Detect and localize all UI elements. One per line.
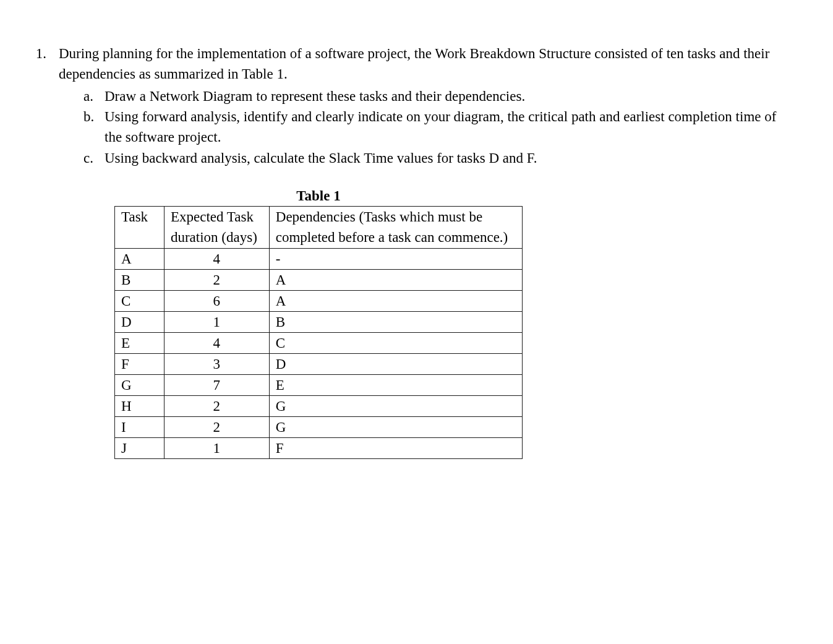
tasks-table: Task Expected Task duration (days) Depen…: [114, 206, 523, 458]
question-intro-text: During planning for the implementation o…: [59, 43, 777, 85]
cell-task: E: [115, 332, 164, 353]
cell-task: D: [115, 311, 164, 332]
cell-task: B: [115, 269, 164, 290]
cell-deps: G: [269, 416, 522, 437]
table-row: J1F: [115, 437, 523, 458]
table-row: A4-: [115, 248, 523, 269]
cell-deps: F: [269, 437, 522, 458]
cell-duration: 2: [164, 269, 269, 290]
cell-task: G: [115, 374, 164, 395]
cell-task: H: [115, 395, 164, 416]
subpart-text: Draw a Network Diagram to represent thes…: [105, 86, 777, 106]
cell-task: F: [115, 353, 164, 374]
header-duration: Expected Task duration (days): [164, 207, 269, 248]
cell-duration: 4: [164, 248, 269, 269]
cell-deps: -: [269, 248, 522, 269]
question-main: 1. During planning for the implementatio…: [25, 43, 808, 168]
subpart-b: b. Using forward analysis, identify and …: [83, 106, 777, 148]
question-wrapper: 1. During planning for the implementatio…: [25, 43, 808, 459]
cell-duration: 6: [164, 290, 269, 311]
table-row: I2G: [115, 416, 523, 437]
table-header-row: Task Expected Task duration (days) Depen…: [115, 207, 523, 248]
header-deps: Dependencies (Tasks which must be comple…: [269, 207, 522, 248]
cell-deps: C: [269, 332, 522, 353]
cell-deps: B: [269, 311, 522, 332]
table-section: Table 1 Task Expected Task duration (day…: [25, 186, 808, 459]
subpart-a: a. Draw a Network Diagram to represent t…: [83, 86, 777, 106]
cell-duration: 4: [164, 332, 269, 353]
cell-duration: 1: [164, 437, 269, 458]
cell-task: J: [115, 437, 164, 458]
cell-duration: 3: [164, 353, 269, 374]
cell-deps: D: [269, 353, 522, 374]
cell-task: C: [115, 290, 164, 311]
cell-task: A: [115, 248, 164, 269]
table-body: A4-B2AC6AD1BE4CF3DG7EH2GI2GJ1F: [115, 248, 523, 458]
cell-deps: E: [269, 374, 522, 395]
cell-duration: 7: [164, 374, 269, 395]
table-row: H2G: [115, 395, 523, 416]
cell-duration: 1: [164, 311, 269, 332]
subpart-letter: a.: [83, 86, 97, 106]
table-row: D1B: [115, 311, 523, 332]
table-row: E4C: [115, 332, 523, 353]
subpart-text: Using backward analysis, calculate the S…: [105, 148, 777, 168]
table-row: G7E: [115, 374, 523, 395]
header-task: Task: [115, 207, 164, 248]
question-number: 1.: [25, 43, 49, 168]
cell-deps: A: [269, 290, 522, 311]
subpart-letter: c.: [83, 148, 97, 168]
subpart-letter: b.: [83, 106, 97, 127]
subpart-c: c. Using backward analysis, calculate th…: [83, 148, 777, 168]
subpart-text: Using forward analysis, identify and cle…: [105, 106, 777, 148]
cell-duration: 2: [164, 416, 269, 437]
table-row: B2A: [115, 269, 523, 290]
cell-task: I: [115, 416, 164, 437]
table-caption: Table 1: [114, 186, 523, 206]
cell-deps: G: [269, 395, 522, 416]
cell-deps: A: [269, 269, 522, 290]
table-row: F3D: [115, 353, 523, 374]
cell-duration: 2: [164, 395, 269, 416]
subparts-list: a. Draw a Network Diagram to represent t…: [59, 86, 777, 168]
table-row: C6A: [115, 290, 523, 311]
question-content: During planning for the implementation o…: [59, 43, 808, 168]
